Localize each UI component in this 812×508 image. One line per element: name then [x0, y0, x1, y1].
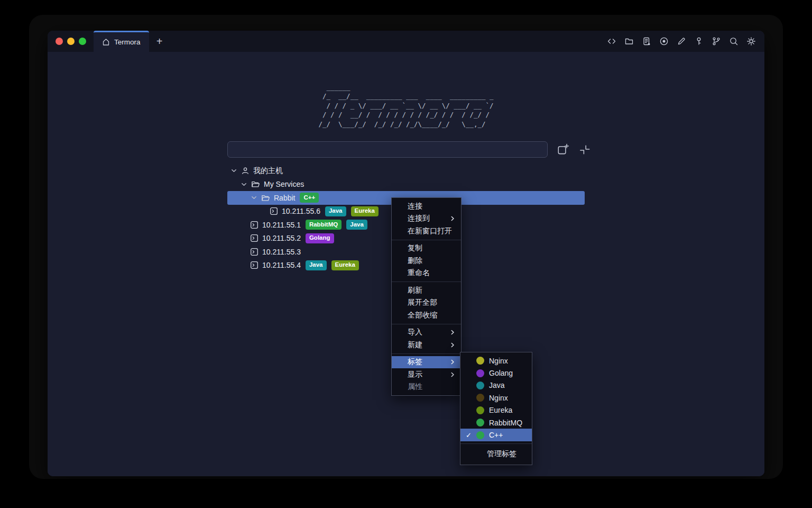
checkmark-icon: ✓ [465, 431, 476, 439]
tree-label: My Services [264, 180, 304, 188]
chevron-down-icon [230, 167, 238, 175]
user-icon [241, 167, 250, 175]
minimize-button[interactable] [67, 38, 75, 45]
tag-option-eureka[interactable]: Eureka [460, 404, 532, 416]
new-tab-button[interactable]: + [149, 31, 170, 52]
menu-item-label: 全部收缩 [408, 311, 437, 320]
tag-color-dot [476, 357, 484, 365]
tag-option-label: Nginx [489, 394, 508, 402]
zoom-button[interactable] [79, 38, 86, 45]
menu-item-connect-to[interactable]: 连接到 [392, 213, 461, 225]
tab-bar: Termora + [48, 31, 764, 52]
menu-item-open-in-new-window[interactable]: 在新窗口打开 [392, 225, 461, 238]
menu-item-import[interactable]: 导入 [392, 326, 461, 339]
search-button[interactable] [728, 35, 740, 47]
menu-item-label: 属性 [408, 382, 422, 392]
menu-item-rename[interactable]: 重命名 [392, 267, 461, 280]
menu-item-collapse-all[interactable]: 全部收缩 [392, 309, 461, 322]
tag-badge-rabbitmq: RabbitMQ [306, 220, 342, 230]
folder-icon [624, 37, 634, 46]
tag-option-rabbitmq[interactable]: RabbitMQ [460, 416, 532, 429]
record-icon [659, 37, 669, 46]
key-button[interactable] [693, 35, 705, 47]
tab-title: Termora [114, 38, 141, 46]
tag-option-golang[interactable]: Golang [460, 367, 532, 379]
chevron-down-icon [250, 194, 258, 202]
menu-item-refresh[interactable]: 刷新 [392, 284, 461, 297]
tag-option-nginx[interactable]: Nginx [460, 355, 532, 367]
tree-label: 10.211.55.4 [262, 261, 301, 269]
collapse-all-button[interactable] [578, 143, 591, 156]
menu-item-manage-tags[interactable]: 管理标签 [460, 446, 532, 462]
edit-button[interactable] [676, 35, 687, 47]
record-button[interactable] [658, 35, 670, 47]
tag-badge-eureka: Eureka [351, 206, 379, 216]
tag-option-java[interactable]: Java [460, 379, 532, 392]
menu-item-copy[interactable]: 复制 [392, 242, 461, 255]
home-icon [102, 38, 110, 46]
tree-label: Rabbit [274, 194, 295, 202]
tag-option-label: RabbitMQ [489, 419, 522, 427]
menu-item-expand-all[interactable]: 展开全部 [392, 297, 461, 310]
tag-option-label: C++ [489, 431, 503, 439]
tree-label: 10.211.55.3 [262, 248, 301, 256]
submenu-arrow-icon [449, 342, 456, 348]
tag-option-label: Golang [489, 369, 513, 377]
termora-window: Termora + ______ /_ __/__ _________ ___ … [48, 31, 764, 476]
tree-row-my-services[interactable]: My Services [227, 178, 585, 192]
log-icon [642, 37, 651, 46]
search-row [227, 141, 591, 158]
tag-color-dot [476, 369, 484, 377]
menu-item-label: 刷新 [408, 286, 422, 295]
tree-row-my-hosts[interactable]: 我的主机 [227, 164, 585, 178]
folder-open-icon [261, 194, 270, 202]
menu-separator [392, 324, 461, 324]
code-icon [607, 37, 616, 46]
tag-badge-c: C++ [300, 193, 319, 203]
menu-item-connect[interactable]: 连接 [392, 200, 461, 213]
search-input[interactable] [227, 141, 548, 158]
tab-termora[interactable]: Termora [94, 31, 149, 52]
chevron-down-icon [240, 180, 248, 188]
folder-button[interactable] [623, 35, 635, 47]
menu-item-label: 连接到 [408, 214, 430, 223]
ascii-logo: ______ /_ __/__ _________ ___ ____ _____… [318, 83, 493, 129]
tag-color-dot [476, 431, 484, 439]
tag-badge-java: Java [306, 260, 327, 270]
menu-item-show[interactable]: 显示 [392, 368, 461, 381]
context-menu: 连接连接到在新窗口打开复制删除重命名刷新展开全部全部收缩导入新建标签显示属性 [391, 197, 462, 396]
tag-option-nginx[interactable]: Nginx [460, 392, 532, 404]
tag-color-dot [476, 406, 484, 414]
close-button[interactable] [56, 38, 63, 45]
add-host-button[interactable] [557, 143, 569, 156]
menu-item-label: 在新窗口打开 [408, 226, 452, 236]
log-button[interactable] [641, 35, 652, 47]
menu-item-new[interactable]: 新建 [392, 339, 461, 351]
tag-badge-eureka: Eureka [331, 260, 359, 270]
menu-separator [460, 443, 532, 444]
settings-button[interactable] [745, 35, 757, 47]
tag-submenu: NginxGolangJavaNginxEurekaRabbitMQ✓C++管理… [460, 352, 532, 465]
menu-item-tags[interactable]: 标签 [392, 356, 461, 369]
terminal-icon [250, 234, 259, 242]
tag-badge-java: Java [346, 220, 367, 230]
folder-open-icon [251, 180, 260, 188]
main-content: ______ /_ __/__ _________ ___ ____ _____… [48, 52, 764, 476]
terminal-icon [270, 207, 278, 215]
tag-option-label: Nginx [489, 357, 508, 365]
tag-option-c[interactable]: ✓C++ [460, 429, 532, 441]
tag-color-dot [476, 394, 484, 402]
menu-item-properties[interactable]: 属性 [392, 381, 461, 394]
branch-button[interactable] [710, 35, 722, 47]
menu-separator [392, 353, 461, 354]
menu-separator [392, 240, 461, 240]
menu-item-delete[interactable]: 删除 [392, 255, 461, 267]
window-controls [48, 31, 94, 52]
terminal-icon [250, 221, 259, 229]
tag-badge-golang: Golang [306, 233, 334, 243]
search-icon [729, 37, 739, 46]
edit-icon [677, 37, 686, 46]
menu-item-label: 重命名 [408, 268, 430, 278]
code-button[interactable] [606, 35, 617, 47]
submenu-arrow-icon [449, 371, 456, 378]
